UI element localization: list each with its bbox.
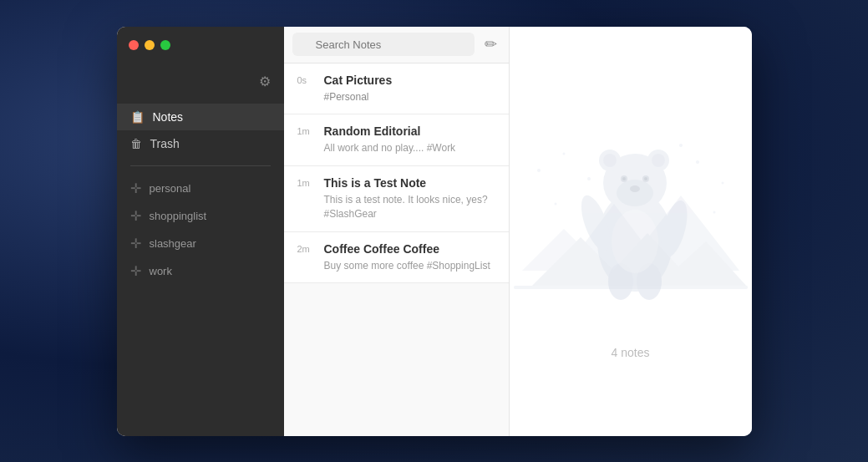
- svg-point-20: [652, 154, 665, 167]
- note-item-2[interactable]: 1m This is a Test Note This is a test no…: [284, 166, 509, 232]
- notes-toolbar: 🔍 ✏: [284, 27, 509, 63]
- note-preview-3: Buy some more coffee #ShoppingList: [324, 259, 495, 273]
- tag-shoppinglist[interactable]: ✛ shoppinglist: [117, 202, 284, 230]
- note-time-3: 2m: [297, 242, 316, 273]
- sidebar-trash-label: Trash: [150, 137, 180, 150]
- maximize-button[interactable]: [160, 40, 170, 50]
- note-item-3[interactable]: 2m Coffee Coffee Coffee Buy some more co…: [284, 232, 509, 284]
- sidebar-item-notes[interactable]: 📋 Notes: [117, 104, 284, 130]
- tag-work[interactable]: ✛ work: [117, 257, 284, 285]
- bear-illustration: 4 notes: [510, 27, 752, 436]
- svg-point-10: [696, 160, 699, 164]
- svg-point-13: [713, 211, 715, 213]
- svg-point-25: [644, 177, 647, 180]
- close-button[interactable]: [129, 40, 139, 50]
- note-title-3: Coffee Coffee Coffee: [324, 242, 495, 256]
- svg-point-7: [537, 169, 541, 172]
- note-item-1[interactable]: 1m Random Editorial All work and no play…: [284, 114, 509, 166]
- search-wrapper: 🔍: [292, 33, 475, 56]
- tag-personal[interactable]: ✛ personal: [117, 175, 284, 202]
- detail-panel: 4 notes: [510, 27, 752, 436]
- note-item-0[interactable]: 0s Cat Pictures #Personal: [284, 63, 509, 115]
- tag-personal-label: personal: [150, 182, 191, 195]
- svg-point-8: [562, 152, 565, 155]
- svg-point-26: [630, 185, 640, 192]
- note-time-0: 0s: [297, 74, 316, 104]
- tag-slashgear[interactable]: ✛ slashgear: [117, 230, 284, 257]
- tag-icon: ✛: [130, 263, 141, 279]
- notes-icon: 📋: [130, 110, 145, 124]
- sidebar-toolbar: ⚙: [117, 63, 284, 100]
- search-input[interactable]: [292, 33, 475, 56]
- svg-point-21: [617, 180, 653, 206]
- nav-divider: [130, 165, 271, 166]
- note-preview-2: This is a test note. It looks nice, yes?…: [324, 193, 495, 221]
- svg-point-24: [622, 177, 626, 180]
- tag-icon: ✛: [130, 208, 141, 224]
- trash-icon: 🗑: [130, 137, 142, 150]
- svg-point-12: [679, 144, 683, 147]
- notes-list: 🔍 ✏ 0s Cat Pictures #Personal 1m Random …: [284, 27, 510, 436]
- tag-work-label: work: [150, 265, 172, 277]
- nav-section: 📋 Notes 🗑 Trash: [117, 100, 284, 160]
- note-title-1: Random Editorial: [324, 124, 495, 138]
- notes-count: 4 notes: [612, 346, 650, 359]
- note-content-2: This is a Test Note This is a test note.…: [324, 176, 495, 221]
- note-content-1: Random Editorial All work and no play...…: [324, 124, 495, 155]
- note-content-3: Coffee Coffee Coffee Buy some more coffe…: [324, 242, 495, 273]
- sidebar-notes-label: Notes: [153, 110, 184, 124]
- svg-point-18: [603, 154, 617, 167]
- svg-point-9: [587, 177, 591, 180]
- svg-point-31: [612, 210, 658, 273]
- note-time-2: 1m: [297, 176, 316, 221]
- note-title-0: Cat Pictures: [324, 74, 495, 87]
- note-time-1: 1m: [297, 124, 316, 155]
- tag-slashgear-label: slashgear: [150, 237, 196, 250]
- note-preview-0: #Personal: [324, 90, 495, 104]
- compose-button[interactable]: ✏: [481, 33, 500, 55]
- titlebar: [117, 27, 284, 63]
- tag-icon: ✛: [130, 236, 141, 251]
- filter-icon[interactable]: ⚙: [259, 74, 271, 89]
- svg-point-14: [554, 202, 556, 205]
- sidebar-item-trash[interactable]: 🗑 Trash: [117, 130, 284, 157]
- tag-section: ✛ personal ✛ shoppinglist ✛ slashgear ✛ …: [117, 171, 284, 288]
- note-content-0: Cat Pictures #Personal: [324, 74, 495, 104]
- note-title-2: This is a Test Note: [324, 176, 495, 190]
- tag-shoppinglist-label: shoppinglist: [150, 210, 207, 222]
- bear-svg: [514, 87, 748, 338]
- minimize-button[interactable]: [145, 40, 155, 50]
- tag-icon: ✛: [130, 180, 141, 196]
- sidebar: ⚙ 📋 Notes 🗑 Trash ✛ personal ✛ shoppingl…: [117, 27, 284, 436]
- app-window: ⚙ 📋 Notes 🗑 Trash ✛ personal ✛ shoppingl…: [117, 27, 752, 436]
- note-preview-1: All work and no play.... #Work: [324, 141, 495, 155]
- svg-point-11: [721, 181, 723, 184]
